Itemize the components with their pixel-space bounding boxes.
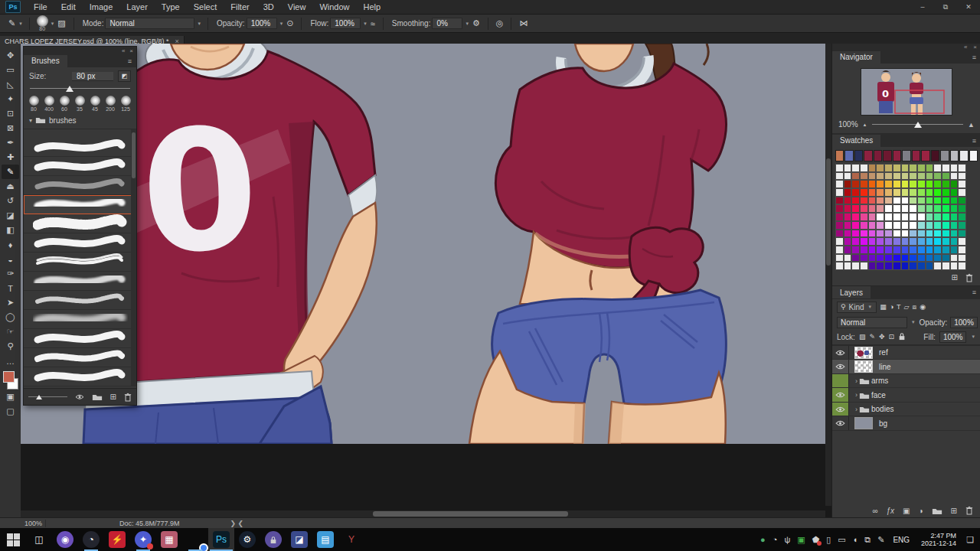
layer-row-bg[interactable]: bg [832, 416, 980, 431]
swatch[interactable] [917, 188, 926, 197]
quick-selection-tool[interactable]: ✦ [2, 92, 19, 106]
swatch[interactable] [926, 180, 934, 188]
dock-collapse-icon[interactable]: « [964, 44, 967, 51]
swatch[interactable] [860, 254, 868, 262]
opacity-pressure-icon[interactable]: ⊙ [284, 18, 296, 28]
lock-transparency-icon[interactable]: ▨ [859, 333, 866, 341]
layer-visibility-toggle[interactable] [832, 346, 849, 360]
swatch[interactable] [958, 237, 966, 246]
swatch[interactable] [942, 197, 950, 205]
brush-stroke-5[interactable] [24, 214, 136, 233]
swatch[interactable] [917, 221, 926, 230]
close-button[interactable]: ✕ [957, 1, 980, 14]
swatch[interactable] [909, 213, 917, 221]
swatch[interactable] [933, 246, 942, 254]
swatch[interactable] [884, 180, 893, 188]
brush-stroke-4[interactable] [24, 195, 136, 214]
swatch[interactable] [926, 188, 934, 197]
swatch[interactable] [860, 237, 868, 246]
swatch[interactable] [884, 172, 893, 181]
swatch[interactable] [917, 237, 926, 246]
swatch[interactable] [860, 221, 868, 230]
hscroll-thumb[interactable] [373, 511, 568, 517]
swatch[interactable] [893, 164, 901, 172]
swatch[interactable] [851, 188, 860, 197]
filter-toggle-icon[interactable]: ◉ [920, 303, 926, 311]
link-layers-icon[interactable]: ∞ [872, 506, 877, 515]
swatch[interactable] [876, 254, 884, 262]
swatch[interactable] [901, 164, 910, 172]
swatch[interactable] [893, 180, 901, 188]
brush-preset-400[interactable]: 400 [42, 96, 56, 112]
swatch[interactable] [926, 246, 934, 254]
swatch[interactable] [884, 188, 893, 197]
swatch[interactable] [901, 221, 910, 230]
navigator-panel-tab[interactable]: Navigator [832, 51, 880, 64]
swatch[interactable] [844, 172, 852, 181]
brushes-panel-tab[interactable]: Brushes [24, 55, 67, 67]
swatch[interactable] [851, 262, 860, 270]
swatch[interactable] [893, 221, 901, 230]
swatch[interactable] [917, 172, 926, 181]
swatch[interactable] [958, 246, 966, 254]
swatch[interactable] [942, 180, 950, 188]
swatch[interactable] [901, 254, 910, 262]
swatch[interactable] [868, 197, 877, 205]
swatch[interactable] [893, 262, 901, 270]
layer-name[interactable]: bg [879, 419, 887, 428]
size-pressure-icon[interactable]: ◎ [494, 18, 506, 28]
lasso-tool[interactable]: ◺ [2, 77, 19, 92]
swatch[interactable] [868, 221, 877, 230]
opacity-caret-icon[interactable]: ▾ [279, 21, 285, 27]
swatch[interactable] [958, 180, 966, 188]
swatch[interactable] [958, 262, 966, 270]
swatch[interactable] [958, 164, 966, 172]
swatch[interactable] [909, 197, 917, 205]
opacity-input[interactable]: 100% [247, 18, 277, 29]
swatch[interactable] [860, 213, 868, 221]
brush-preset-80[interactable]: 80 [27, 96, 41, 112]
swatch[interactable] [844, 213, 852, 221]
swatch[interactable] [860, 188, 868, 197]
brush-tool-icon[interactable]: ✎ [6, 18, 18, 28]
color-status-icon[interactable]: ● [760, 535, 766, 545]
swatch[interactable] [868, 172, 877, 181]
crop-tool[interactable]: ⊡ [2, 106, 19, 121]
delete-brush-button[interactable] [124, 393, 132, 402]
swatch[interactable] [851, 230, 860, 238]
brush-stroke-6[interactable] [24, 233, 136, 253]
brush-stroke-9[interactable] [24, 291, 136, 310]
swatch[interactable] [969, 150, 978, 161]
swatch[interactable] [884, 237, 893, 246]
navigator-zoom-slider[interactable] [872, 121, 964, 129]
mode-caret-icon[interactable]: ▾ [196, 21, 202, 27]
swatch[interactable] [958, 213, 966, 221]
brush-list-scrollbar[interactable] [131, 129, 136, 386]
fill-caret-icon[interactable]: ▾ [970, 334, 976, 340]
layer-visibility-toggle[interactable] [832, 403, 849, 416]
healing-brush-tool[interactable]: ✚ [2, 150, 19, 165]
swatch[interactable] [835, 213, 844, 221]
swatch[interactable] [909, 237, 917, 246]
layer-thumbnail[interactable] [854, 360, 873, 373]
swatch[interactable] [950, 180, 959, 188]
swatch[interactable] [893, 246, 901, 254]
brush-preset-125[interactable]: 125 [119, 96, 132, 112]
navigator-preview[interactable]: 0 [861, 68, 952, 116]
quick-mask-button[interactable]: ▣ [2, 390, 19, 404]
swatch[interactable] [931, 150, 939, 161]
swatch[interactable] [926, 262, 934, 270]
new-brush-button[interactable]: ⊞ [110, 393, 116, 401]
swatch[interactable] [901, 172, 910, 181]
swatch[interactable] [844, 180, 852, 188]
swatch[interactable] [942, 164, 950, 172]
swatch[interactable] [909, 188, 917, 197]
swatch[interactable] [844, 237, 852, 246]
swatch[interactable] [876, 213, 884, 221]
brush-tool[interactable]: ✎ [2, 165, 19, 179]
swatch[interactable] [851, 237, 860, 246]
phone-link-icon[interactable]: ▯ [826, 535, 831, 545]
swatch[interactable] [835, 180, 844, 188]
canvas-vertical-scrollbar[interactable] [825, 44, 831, 506]
start-button[interactable] [0, 528, 26, 551]
